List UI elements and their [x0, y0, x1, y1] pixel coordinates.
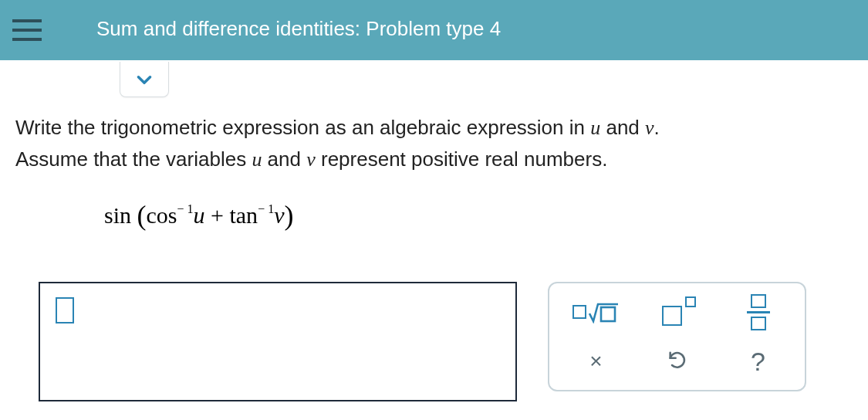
help-icon: ?: [751, 347, 765, 377]
fraction-icon: [747, 294, 770, 330]
clear-button[interactable]: ×: [558, 339, 635, 384]
problem-content: Write the trigonometric expression as an…: [15, 112, 853, 230]
svg-rect-0: [601, 307, 615, 321]
var-v: v: [274, 202, 284, 228]
var-v: v: [645, 117, 654, 139]
text: and: [262, 147, 306, 171]
close-icon: ×: [589, 349, 602, 374]
math-keypad: × ?: [548, 282, 806, 391]
undo-icon: [667, 349, 688, 374]
header-titles: Sum and difference identities: Problem t…: [54, 17, 501, 44]
text: represent positive real numbers.: [316, 147, 608, 171]
chevron-down-icon: [134, 69, 154, 90]
text: .: [654, 116, 660, 139]
fn-sin: sin: [104, 202, 131, 228]
input-cursor-box: [56, 297, 74, 323]
sqrt-button[interactable]: [558, 290, 635, 334]
var-u: u: [252, 148, 262, 171]
var-u: u: [194, 202, 205, 228]
sup: − 1: [258, 202, 274, 215]
keypad-row-tools: [556, 290, 799, 334]
exponent-button[interactable]: [639, 290, 716, 334]
sup: − 1: [177, 202, 194, 215]
fn-cos: cos: [147, 202, 177, 228]
menu-icon[interactable]: [0, 0, 54, 60]
keypad-row-actions: × ?: [556, 339, 799, 384]
answer-input[interactable]: [39, 282, 517, 401]
text: Assume that the variables: [15, 147, 252, 171]
topic-title: Sum and difference identities: Problem t…: [96, 17, 501, 41]
expand-toggle[interactable]: [120, 62, 169, 97]
math-expression: sin (cos− 1u + tan− 1v): [104, 198, 853, 230]
app-header: Sum and difference identities: Problem t…: [0, 0, 868, 60]
fn-tan: tan: [229, 202, 258, 228]
help-button[interactable]: ?: [720, 339, 797, 384]
problem-statement: Write the trigonometric expression as an…: [15, 112, 853, 176]
text: Write the trigonometric expression as an…: [15, 116, 590, 139]
fraction-button[interactable]: [720, 290, 797, 334]
var-u: u: [590, 117, 600, 139]
exponent-icon: [659, 296, 696, 327]
answer-area: × ?: [39, 282, 806, 401]
text: and: [600, 116, 645, 139]
undo-button[interactable]: [639, 339, 716, 384]
sqrt-icon: [572, 300, 620, 323]
var-v: v: [306, 148, 316, 171]
op-plus: +: [205, 202, 230, 228]
